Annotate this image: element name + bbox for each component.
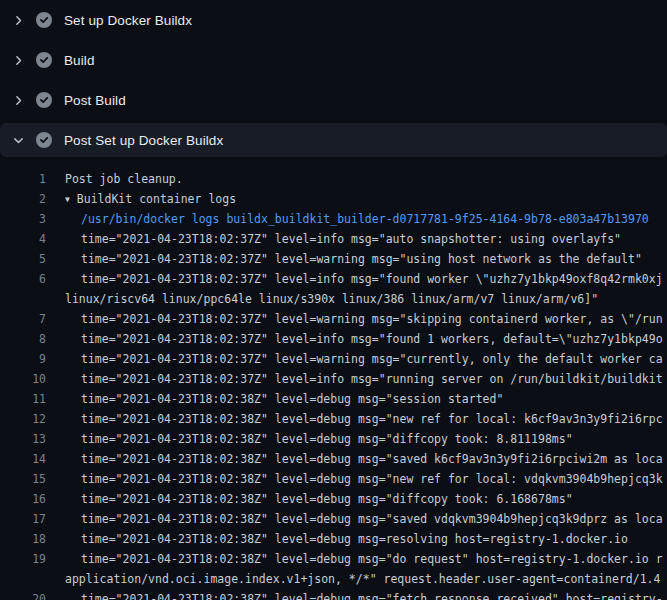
log-line: 16 time="2021-04-23T18:02:38Z" level=deb… (0, 489, 667, 509)
line-number[interactable]: 8 (0, 329, 46, 349)
log-text: linux/riscv64 linux/ppc64le linux/s390x … (46, 289, 598, 309)
step-title: Set up Docker Buildx (64, 13, 192, 28)
steps-list: Set up Docker Buildx Build (0, 0, 667, 157)
check-circle-icon (36, 92, 52, 108)
log-line: 3 /usr/bin/docker logs buildx_buildkit_b… (0, 209, 667, 229)
line-number (0, 569, 46, 589)
log-text: time="2021-04-23T18:02:38Z" level=debug … (46, 589, 663, 600)
log-line: 15 time="2021-04-23T18:02:38Z" level=deb… (0, 469, 667, 489)
step-section-post-build[interactable]: Post Build (0, 80, 667, 120)
step-section-post-set-up-docker-buildx[interactable]: Post Set up Docker Buildx (0, 123, 667, 157)
log-line: 1 Post job cleanup. (0, 169, 667, 189)
log-text: time="2021-04-23T18:02:38Z" level=debug … (46, 509, 663, 529)
line-number[interactable]: 17 (0, 509, 46, 529)
line-number[interactable]: 14 (0, 449, 46, 469)
log-line: 20 time="2021-04-23T18:02:38Z" level=deb… (0, 589, 667, 600)
line-number[interactable]: 19 (0, 549, 46, 569)
step-title: Build (64, 53, 95, 68)
workflow-log-viewer: Set up Docker Buildx Build (0, 0, 667, 600)
line-number[interactable]: 6 (0, 269, 46, 289)
line-number[interactable]: 9 (0, 349, 46, 369)
log-text: time="2021-04-23T18:02:37Z" level=info m… (46, 329, 663, 349)
log-line: 4 time="2021-04-23T18:02:37Z" level=info… (0, 229, 667, 249)
check-circle-icon (36, 132, 52, 148)
log-text: time="2021-04-23T18:02:38Z" level=debug … (46, 549, 663, 569)
step-section-build[interactable]: Build (0, 40, 667, 80)
log-text: time="2021-04-23T18:02:38Z" level=debug … (46, 449, 663, 469)
log-line: 17 time="2021-04-23T18:02:38Z" level=deb… (0, 509, 667, 529)
log-line: 10 time="2021-04-23T18:02:37Z" level=inf… (0, 369, 667, 389)
log-text: time="2021-04-23T18:02:37Z" level=warnin… (46, 349, 663, 369)
step-title: Post Set up Docker Buildx (64, 133, 223, 148)
log-line: 12 time="2021-04-23T18:02:38Z" level=deb… (0, 409, 667, 429)
log-lines: 1 Post job cleanup. 2 ▼BuildKit containe… (0, 160, 667, 600)
check-circle-icon (36, 12, 52, 28)
log-line: 19 time="2021-04-23T18:02:38Z" level=deb… (0, 549, 667, 569)
line-number[interactable]: 15 (0, 469, 46, 489)
chevron-down-icon[interactable] (10, 132, 26, 148)
line-number[interactable]: 16 (0, 489, 46, 509)
line-number (0, 289, 46, 309)
line-number[interactable]: 10 (0, 369, 46, 389)
log-text: time="2021-04-23T18:02:38Z" level=debug … (46, 489, 573, 509)
log-text: time="2021-04-23T18:02:38Z" level=debug … (46, 429, 573, 449)
log-text: Post job cleanup. (46, 169, 183, 189)
chevron-right-icon[interactable] (10, 52, 26, 68)
log-line: application/vnd.oci.image.index.v1+json,… (0, 569, 667, 589)
line-number[interactable]: 20 (0, 589, 46, 600)
line-number[interactable]: 2 (0, 189, 46, 209)
step-title: Post Build (64, 93, 126, 108)
log-text: ▼BuildKit container logs (46, 189, 236, 209)
log-text: time="2021-04-23T18:02:37Z" level=warnin… (46, 249, 642, 269)
log-text: time="2021-04-23T18:02:38Z" level=debug … (46, 469, 663, 489)
line-number[interactable]: 4 (0, 229, 46, 249)
log-text: /usr/bin/docker logs buildx_buildkit_bui… (46, 209, 649, 229)
log-line: linux/riscv64 linux/ppc64le linux/s390x … (0, 289, 667, 309)
log-line: 2 ▼BuildKit container logs (0, 189, 667, 209)
log-text: time="2021-04-23T18:02:37Z" level=info m… (46, 369, 663, 389)
line-number[interactable]: 3 (0, 209, 46, 229)
step-section-set-up-docker-buildx[interactable]: Set up Docker Buildx (0, 0, 667, 40)
log-line: 13 time="2021-04-23T18:02:38Z" level=deb… (0, 429, 667, 449)
collapse-triangle-icon[interactable]: ▼ (65, 190, 70, 209)
line-number[interactable]: 7 (0, 309, 46, 329)
chevron-right-icon[interactable] (10, 92, 26, 108)
log-text: application/vnd.oci.image.index.v1+json,… (46, 569, 660, 589)
log-text: time="2021-04-23T18:02:38Z" level=debug … (46, 529, 628, 549)
log-line: 14 time="2021-04-23T18:02:38Z" level=deb… (0, 449, 667, 469)
log-line: 11 time="2021-04-23T18:02:38Z" level=deb… (0, 389, 667, 409)
line-number[interactable]: 1 (0, 169, 46, 189)
check-circle-icon (36, 52, 52, 68)
line-number[interactable]: 5 (0, 249, 46, 269)
log-line: 7 time="2021-04-23T18:02:37Z" level=warn… (0, 309, 667, 329)
log-text: time="2021-04-23T18:02:38Z" level=debug … (46, 409, 663, 429)
line-number[interactable]: 18 (0, 529, 46, 549)
log-line: 8 time="2021-04-23T18:02:37Z" level=info… (0, 329, 667, 349)
line-number[interactable]: 11 (0, 389, 46, 409)
log-line: 5 time="2021-04-23T18:02:37Z" level=warn… (0, 249, 667, 269)
log-line: 9 time="2021-04-23T18:02:37Z" level=warn… (0, 349, 667, 369)
log-line: 18 time="2021-04-23T18:02:38Z" level=deb… (0, 529, 667, 549)
log-text: time="2021-04-23T18:02:37Z" level=info m… (46, 269, 663, 289)
line-number[interactable]: 13 (0, 429, 46, 449)
log-text: time="2021-04-23T18:02:37Z" level=info m… (46, 229, 621, 249)
group-title: BuildKit container logs (77, 192, 236, 206)
line-number[interactable]: 12 (0, 409, 46, 429)
log-text: time="2021-04-23T18:02:38Z" level=debug … (46, 389, 503, 409)
chevron-right-icon[interactable] (10, 12, 26, 28)
log-text: time="2021-04-23T18:02:37Z" level=warnin… (46, 309, 663, 329)
log-line: 6 time="2021-04-23T18:02:37Z" level=info… (0, 269, 667, 289)
